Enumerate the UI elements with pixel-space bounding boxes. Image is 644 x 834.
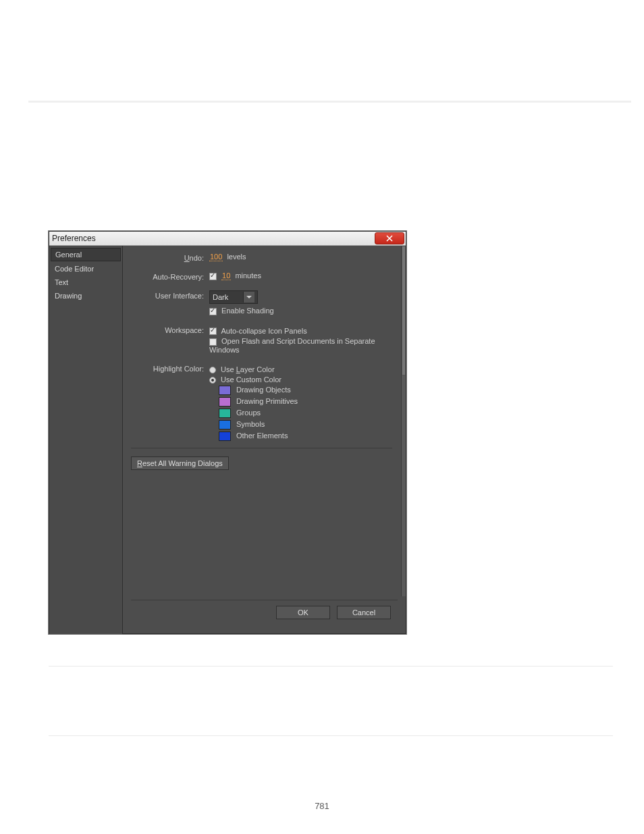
row-auto-recovery: Auto-Recovery: 10 minutes xyxy=(131,271,392,281)
document-page: Preferences General Code Editor Text xyxy=(0,0,644,834)
titlebar[interactable]: Preferences xyxy=(49,232,406,246)
color-swatch[interactable] xyxy=(219,420,231,429)
highlight-color-item-label: Drawing Objects xyxy=(236,386,291,394)
sidebar-item-drawing[interactable]: Drawing xyxy=(49,289,122,303)
scrollbar[interactable] xyxy=(401,246,406,596)
enable-shading-field: Enable Shading xyxy=(209,307,392,315)
row-undo: Undo: 100 levels xyxy=(131,253,392,262)
sidebar-item-text[interactable]: Text xyxy=(49,276,122,289)
close-icon xyxy=(386,235,393,242)
dialog-title: Preferences xyxy=(52,234,96,243)
sidebar-item-label: Code Editor xyxy=(55,265,94,273)
top-rule xyxy=(28,100,631,103)
row-highlight-color: Highlight Color: Use Layer Color Use Cus… xyxy=(131,363,392,442)
scrollbar-thumb[interactable] xyxy=(402,246,406,375)
user-interface-select[interactable]: Dark xyxy=(209,290,258,304)
dialog-button-row: OK Cancel xyxy=(131,600,398,626)
enable-shading-checkbox[interactable] xyxy=(209,308,217,315)
workspace-auto-collapse: Auto-collapse Icon Panels xyxy=(209,327,392,336)
preferences-dialog: Preferences General Code Editor Text xyxy=(49,231,406,634)
undo-label: Undo: xyxy=(131,253,209,262)
undo-units: levels xyxy=(227,253,246,261)
highlight-color-item-label: Symbols xyxy=(236,420,265,428)
undo-value-input[interactable]: 100 xyxy=(209,253,223,261)
highlight-color-item: Groups xyxy=(219,409,392,418)
use-layer-color-label: Use Layer Color xyxy=(221,365,275,373)
highlight-use-layer: Use Layer Color xyxy=(209,365,392,373)
color-swatch[interactable] xyxy=(219,432,231,441)
use-custom-color-label: Use Custom Color xyxy=(221,375,281,384)
color-swatch[interactable] xyxy=(219,397,231,407)
undo-field: 100 levels xyxy=(209,253,392,261)
use-layer-color-radio[interactable] xyxy=(209,367,216,373)
auto-recovery-label: Auto-Recovery: xyxy=(131,271,209,281)
auto-collapse-label: Auto-collapse Icon Panels xyxy=(221,327,306,335)
row-workspace: Workspace: Auto-collapse Icon Panels Ope… xyxy=(131,325,392,354)
workspace-field: Auto-collapse Icon Panels Open Flash and… xyxy=(209,325,392,354)
highlight-color-item-label: Other Elements xyxy=(236,432,288,440)
row-enable-shading: Enable Shading xyxy=(131,307,392,315)
auto-collapse-checkbox[interactable] xyxy=(209,328,217,335)
workspace-label: Workspace: xyxy=(131,325,209,334)
sidebar-item-label: Drawing xyxy=(55,292,82,300)
use-custom-color-radio[interactable] xyxy=(209,377,216,384)
highlight-label: Highlight Color: xyxy=(131,363,209,373)
sidebar-item-code-editor[interactable]: Code Editor xyxy=(49,262,122,276)
user-interface-select-value: Dark xyxy=(213,293,228,301)
auto-recovery-value-input[interactable]: 10 xyxy=(221,271,231,280)
highlight-color-item-label: Groups xyxy=(236,409,261,417)
content-pane: Undo: 100 levels Auto-Recovery: 10 xyxy=(123,246,406,634)
auto-recovery-units: minutes xyxy=(235,271,261,280)
sidebar-item-label: Text xyxy=(55,278,68,286)
separate-windows-label: Open Flash and Script Documents in Separ… xyxy=(209,337,375,354)
sidebar: General Code Editor Text Drawing xyxy=(49,246,123,634)
separate-windows-checkbox[interactable] xyxy=(209,338,217,346)
reset-warning-dialogs-button[interactable]: Reset All Warning Dialogs xyxy=(131,457,229,470)
page-divider xyxy=(49,735,613,736)
row-reset: Reset All Warning Dialogs xyxy=(131,457,392,470)
user-interface-field: Dark xyxy=(209,290,392,304)
auto-recovery-checkbox[interactable] xyxy=(209,273,217,280)
highlight-color-item: Drawing Primitives xyxy=(219,397,392,407)
chevron-down-icon xyxy=(243,292,254,303)
highlight-color-item-label: Drawing Primitives xyxy=(236,397,298,405)
highlight-color-list: Drawing ObjectsDrawing PrimitivesGroupsS… xyxy=(209,386,392,441)
highlight-use-custom: Use Custom Color xyxy=(209,375,392,384)
sidebar-item-general[interactable]: General xyxy=(51,248,121,261)
dialog-body: General Code Editor Text Drawing xyxy=(49,246,406,634)
cancel-button[interactable]: Cancel xyxy=(337,606,391,619)
ok-button[interactable]: OK xyxy=(276,606,330,619)
row-user-interface: User Interface: Dark xyxy=(131,290,392,304)
highlight-color-item: Symbols xyxy=(219,420,392,429)
page-number: 781 xyxy=(0,801,644,811)
page-divider xyxy=(49,666,613,667)
enable-shading-label: Enable Shading xyxy=(221,307,274,315)
form-area: Undo: 100 levels Auto-Recovery: 10 xyxy=(131,253,398,600)
auto-recovery-field: 10 minutes xyxy=(209,271,392,280)
close-button[interactable] xyxy=(375,232,404,244)
section-divider xyxy=(131,448,392,448)
workspace-separate-windows: Open Flash and Script Documents in Separ… xyxy=(209,337,392,354)
user-interface-label: User Interface: xyxy=(131,290,209,300)
color-swatch[interactable] xyxy=(219,409,231,418)
highlight-color-item: Other Elements xyxy=(219,432,392,441)
sidebar-item-label: General xyxy=(55,251,82,259)
highlight-color-item: Drawing Objects xyxy=(219,386,392,395)
color-swatch[interactable] xyxy=(219,386,231,395)
highlight-field: Use Layer Color Use Custom Color Drawing… xyxy=(209,363,392,442)
